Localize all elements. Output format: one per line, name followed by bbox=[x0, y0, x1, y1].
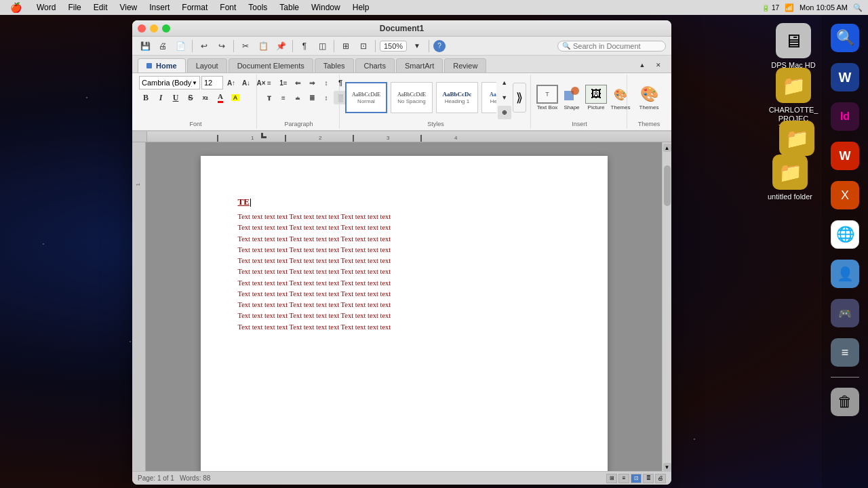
font-size-up[interactable]: A↑ bbox=[224, 76, 238, 89]
dock-item-trash[interactable]: 🗑 bbox=[827, 384, 863, 420]
search-input[interactable] bbox=[573, 42, 661, 50]
view-outline[interactable]: ≡ bbox=[618, 474, 629, 483]
style-down[interactable]: ▼ bbox=[498, 91, 511, 104]
menubar-window[interactable]: Window bbox=[307, 1, 345, 14]
dock-item-user[interactable]: 👤 bbox=[827, 256, 863, 291]
menubar-help[interactable]: Help bbox=[348, 1, 374, 14]
new-button[interactable]: 📄 bbox=[173, 39, 188, 54]
view-print[interactable]: 🖨 bbox=[655, 474, 666, 483]
underline-button[interactable]: U bbox=[169, 91, 182, 104]
paste-button[interactable]: 📌 bbox=[273, 39, 288, 54]
document-page[interactable]: TE Text text text text Text text text te… bbox=[201, 156, 608, 471]
italic-button[interactable]: I bbox=[154, 91, 167, 104]
dock-item-finder[interactable]: 🔍 bbox=[827, 20, 863, 56]
dock-item-chrome[interactable]: 🌐 bbox=[827, 217, 863, 252]
view-toggle[interactable]: ⊞ bbox=[338, 39, 353, 54]
dock-item-app1[interactable]: X bbox=[827, 178, 863, 213]
style-heading1[interactable]: AaBbCcDc Heading 1 bbox=[436, 82, 478, 113]
dock-item-app2[interactable]: 🎮 bbox=[827, 296, 863, 331]
dock-item-app3[interactable]: ≡ bbox=[827, 335, 863, 370]
font-size-down[interactable]: A↓ bbox=[239, 76, 253, 89]
view-page[interactable]: ⊡ bbox=[631, 474, 642, 483]
sort-button[interactable]: ↕ bbox=[319, 76, 333, 89]
tab-review[interactable]: Review bbox=[444, 58, 486, 73]
tab-elements[interactable]: Document Elements bbox=[229, 58, 313, 73]
desktop-icon-dpsmachd[interactable]: 🖥 DPS Mac HD bbox=[766, 23, 821, 70]
style-up[interactable]: ▲ bbox=[498, 76, 511, 89]
shape-insert[interactable]: Shape bbox=[561, 85, 583, 110]
align-button[interactable]: ◫ bbox=[315, 39, 330, 54]
copy-button[interactable]: 📋 bbox=[256, 39, 271, 54]
view-web[interactable]: ≣ bbox=[643, 474, 654, 483]
bold-button[interactable]: B bbox=[139, 91, 153, 104]
save-button[interactable]: 💾 bbox=[138, 39, 153, 54]
dock-item-indesign[interactable]: Id bbox=[827, 99, 863, 134]
scroll-down-btn[interactable]: ▼ bbox=[663, 463, 671, 471]
bullets-button[interactable]: ≡ bbox=[262, 76, 276, 89]
align-left[interactable]: ⫪ bbox=[262, 91, 276, 104]
scroll-up-btn[interactable]: ▲ bbox=[663, 144, 671, 152]
align-center[interactable]: ≡ bbox=[277, 91, 290, 104]
print-button[interactable]: 🖨 bbox=[155, 39, 170, 54]
indent-dec[interactable]: ⇐ bbox=[291, 76, 304, 89]
font-name-dropdown[interactable]: Cambria (Body) ▼ bbox=[139, 76, 200, 89]
strikethrough-button[interactable]: S bbox=[184, 91, 197, 104]
fontcolor-button[interactable]: A bbox=[214, 91, 227, 104]
spotlight-icon[interactable]: 🔍 bbox=[853, 3, 863, 12]
maximize-button[interactable] bbox=[162, 24, 170, 33]
dock-item-word2[interactable]: W bbox=[827, 138, 863, 174]
textbox-insert[interactable]: T Text Box bbox=[536, 85, 558, 110]
collapse-ribbon[interactable]: ▲ bbox=[635, 58, 650, 73]
dock-item-word[interactable]: W bbox=[827, 60, 863, 95]
tab-smartart[interactable]: SmartArt bbox=[396, 58, 443, 73]
cut-button[interactable]: ✂ bbox=[238, 39, 253, 54]
page-container[interactable]: TE Text text text text Text text text te… bbox=[146, 142, 662, 471]
view-toggle2[interactable]: ⊡ bbox=[356, 39, 371, 54]
indent-inc[interactable]: ⇒ bbox=[305, 76, 319, 89]
themes-large-icon[interactable]: 🎨 bbox=[640, 85, 658, 103]
vertical-scrollbar[interactable]: ▲ ▼ bbox=[662, 142, 671, 471]
document-content[interactable]: Text text text text Text text text text … bbox=[238, 211, 570, 333]
font-size-box[interactable]: 12 bbox=[201, 76, 223, 89]
nospace-preview: AaBbCcDdE bbox=[397, 92, 426, 98]
minimize-button[interactable] bbox=[150, 24, 158, 33]
close-button[interactable] bbox=[138, 24, 146, 33]
tab-home[interactable]: Home bbox=[138, 58, 186, 73]
numbered-button[interactable]: 1≡ bbox=[277, 76, 290, 89]
document-title[interactable]: TE bbox=[238, 197, 570, 207]
tab-tables[interactable]: Tables bbox=[315, 58, 354, 73]
paragraph-button[interactable]: ¶ bbox=[297, 39, 312, 54]
style-heading2[interactable]: AaBbCcDc Heading 2 bbox=[481, 82, 496, 113]
tab-layout[interactable]: Layout bbox=[187, 58, 227, 73]
ribbon-options[interactable]: ✕ bbox=[651, 58, 666, 73]
align-justify[interactable]: ≣ bbox=[305, 91, 319, 104]
redo-button[interactable]: ↪ bbox=[214, 39, 229, 54]
apple-menu[interactable]: 🍎 bbox=[5, 1, 26, 14]
subscript-button[interactable]: x₂ bbox=[199, 91, 212, 104]
zoom-button[interactable]: ▼ bbox=[410, 39, 425, 54]
highlight-button[interactable]: A bbox=[229, 91, 242, 104]
linespace-button[interactable]: ↕ bbox=[319, 91, 333, 104]
style-more[interactable]: ⊕ bbox=[498, 106, 511, 119]
menubar-format[interactable]: Format bbox=[177, 1, 212, 14]
undo-button[interactable]: ↩ bbox=[197, 39, 212, 54]
change-styles-button[interactable]: ⟫ bbox=[513, 83, 526, 113]
align-right[interactable]: ⫨ bbox=[291, 91, 304, 104]
style-normal[interactable]: AaBbCcDdE Normal bbox=[345, 82, 387, 113]
style-nospacing[interactable]: AaBbCcDdE No Spacing bbox=[391, 82, 433, 113]
menubar-table[interactable]: Table bbox=[275, 1, 304, 14]
tab-charts[interactable]: Charts bbox=[355, 58, 395, 73]
view-normal[interactable]: ⊞ bbox=[606, 474, 617, 483]
menubar-font[interactable]: Font bbox=[215, 1, 241, 14]
picture-insert[interactable]: 🖼 Picture bbox=[585, 85, 607, 110]
trash-icon: 🗑 bbox=[831, 388, 859, 416]
menubar-view[interactable]: View bbox=[115, 1, 142, 14]
scroll-thumb[interactable] bbox=[664, 165, 671, 206]
menubar-edit[interactable]: Edit bbox=[89, 1, 113, 14]
menubar-file[interactable]: File bbox=[63, 1, 85, 14]
menubar-word[interactable]: Word bbox=[32, 1, 60, 14]
menubar-insert[interactable]: Insert bbox=[144, 1, 174, 14]
help-button[interactable]: ? bbox=[433, 40, 446, 52]
desktop-icon-untitled[interactable]: 📁 untitled folder bbox=[763, 155, 817, 201]
menubar-tools[interactable]: Tools bbox=[243, 1, 272, 14]
